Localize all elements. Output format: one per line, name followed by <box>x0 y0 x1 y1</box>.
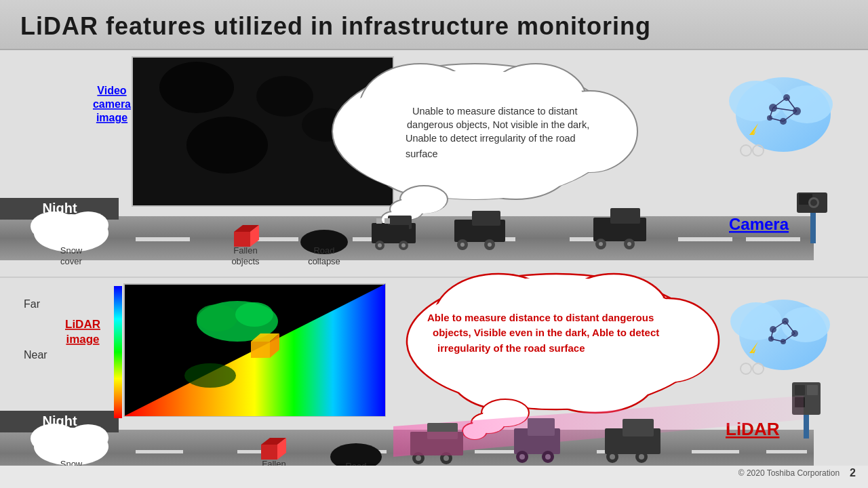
svg-point-175 <box>416 455 421 461</box>
page-title: LiDAR features utilized in infrastructur… <box>20 12 848 41</box>
svg-point-137 <box>730 302 782 340</box>
svg-rect-155 <box>807 385 818 395</box>
svg-rect-111 <box>251 342 270 358</box>
svg-rect-59 <box>810 213 816 243</box>
svg-point-110 <box>235 302 273 327</box>
svg-text:Fallen: Fallen <box>233 245 257 256</box>
svg-text:irregularity of the road surfa: irregularity of the road surface <box>437 342 585 354</box>
svg-rect-77 <box>384 218 390 224</box>
svg-point-11 <box>256 76 313 117</box>
svg-text:camera: camera <box>93 98 131 110</box>
title-bar: LiDAR features utilized in infrastructur… <box>0 0 868 50</box>
svg-text:dangerous objects, Not visible: dangerous objects, Not visible in the da… <box>407 119 589 130</box>
main-content: Night Video camera image <box>0 50 868 481</box>
svg-point-79 <box>378 243 382 247</box>
svg-text:cover: cover <box>60 256 82 266</box>
svg-point-53 <box>741 145 751 156</box>
svg-point-87 <box>488 243 492 247</box>
svg-point-58 <box>810 199 817 206</box>
svg-rect-1 <box>136 237 190 241</box>
svg-rect-186 <box>623 419 654 436</box>
footer: © 2020 Toshiba Corporation 2 <box>0 466 868 481</box>
lidar-image-label: LiDAR <box>65 318 100 331</box>
svg-text:image: image <box>96 112 127 123</box>
svg-point-177 <box>443 455 449 461</box>
page-number: 2 <box>850 467 856 479</box>
svg-point-39 <box>729 81 783 121</box>
svg-text:Road: Road <box>313 245 334 256</box>
svg-point-93 <box>627 242 631 246</box>
svg-point-12 <box>186 117 268 174</box>
svg-rect-102 <box>766 450 807 453</box>
svg-rect-178 <box>410 432 463 455</box>
svg-point-81 <box>401 243 406 247</box>
svg-rect-83 <box>472 211 500 226</box>
svg-rect-96 <box>136 450 183 453</box>
svg-rect-89 <box>610 208 640 224</box>
near-label: Near <box>24 349 47 361</box>
lidar-bubble-text: Able to measure distance to distant dang… <box>427 312 654 323</box>
svg-text:collapse: collapse <box>308 256 340 266</box>
svg-rect-180 <box>528 418 555 436</box>
svg-point-188 <box>610 454 615 460</box>
svg-text:objects: objects <box>231 256 260 266</box>
svg-text:objects, Visible even in the d: objects, Visible even in the dark, Able … <box>433 327 659 338</box>
svg-text:surface: surface <box>406 148 438 159</box>
svg-point-151 <box>753 363 764 374</box>
camera-bubble-text: Unable to measure distance to distant <box>412 106 577 117</box>
svg-rect-153 <box>795 385 805 395</box>
svg-point-190 <box>639 454 644 460</box>
svg-point-150 <box>741 363 751 374</box>
svg-point-182 <box>519 454 525 460</box>
svg-rect-104 <box>114 286 122 418</box>
svg-point-109 <box>197 304 237 331</box>
far-label: Far <box>24 298 41 310</box>
camera-label: Camera <box>729 215 789 233</box>
svg-rect-65 <box>234 232 250 247</box>
svg-rect-75 <box>372 225 409 240</box>
svg-point-127 <box>540 352 651 409</box>
svg-rect-156 <box>807 397 818 407</box>
svg-point-184 <box>545 454 551 460</box>
svg-point-114 <box>184 363 236 388</box>
svg-point-10 <box>159 62 234 113</box>
svg-point-62 <box>68 211 108 239</box>
svg-rect-157 <box>804 415 809 439</box>
svg-point-28 <box>463 138 568 196</box>
svg-text:Unable to detect irregularity : Unable to detect irregularity of the roa… <box>406 133 576 144</box>
svg-point-85 <box>460 243 465 247</box>
svg-rect-101 <box>692 450 739 453</box>
svg-rect-164 <box>261 445 277 460</box>
svg-rect-6 <box>678 237 732 241</box>
svg-rect-76 <box>376 218 382 224</box>
svg-text:image: image <box>66 333 99 346</box>
svg-rect-7 <box>746 237 800 241</box>
svg-text:Snow: Snow <box>60 245 83 256</box>
copyright: © 2020 Toshiba Corporation <box>738 468 840 478</box>
svg-point-161 <box>68 424 108 451</box>
svg-point-54 <box>753 145 764 156</box>
svg-point-91 <box>599 242 603 246</box>
video-camera-label: Video <box>97 85 127 96</box>
